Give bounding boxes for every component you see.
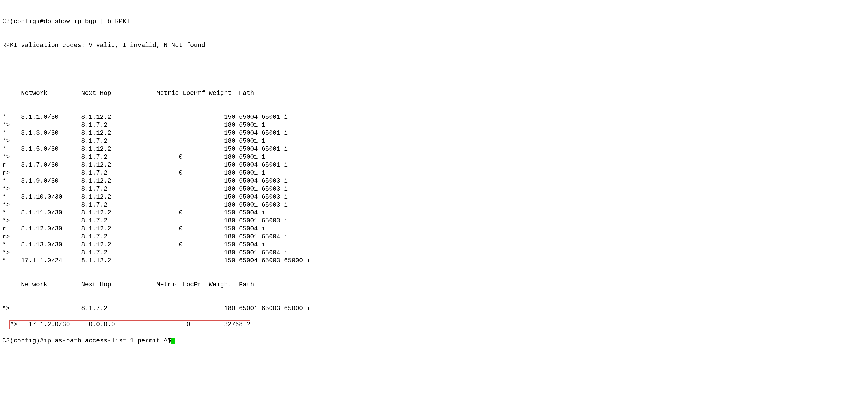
table-row: r>8.1.7.2018065001 i: [2, 169, 866, 177]
table-row: *>8.1.7.218065001 65003 i: [2, 217, 866, 225]
cell-network: 8.1.12.0/30: [21, 225, 81, 233]
header-path: Path: [235, 89, 254, 97]
cell-path: 65004 i: [235, 209, 265, 217]
cell-status: *>: [2, 153, 21, 161]
cell-status: *: [2, 241, 21, 249]
cell-nexthop: 8.1.12.2: [81, 129, 156, 137]
terminal-output[interactable]: C3(config)#do show ip bgp | b RPKI RPKI …: [0, 0, 868, 355]
cell-nexthop: 8.1.12.2: [81, 209, 156, 217]
cell-nexthop: 8.1.12.2: [81, 177, 156, 185]
cell-weight: 150: [209, 257, 235, 265]
table-row: *>8.1.7.218065001 65004 i: [2, 249, 866, 257]
cell-weight: 150: [209, 241, 235, 249]
table-row: *8.1.3.0/308.1.12.215065004 65001 i: [2, 129, 866, 137]
blank-line: [2, 65, 866, 73]
cell-network: 17.1.2.0/30: [28, 321, 89, 329]
table-row: *8.1.13.0/308.1.12.2015065004 i: [2, 241, 866, 249]
header-locprf: LocPrf: [183, 89, 209, 97]
cell-status: *>: [2, 305, 21, 313]
cell-network: 8.1.5.0/30: [21, 145, 81, 153]
cell-status: *>: [2, 185, 21, 193]
table-row: *>8.1.7.218065001 65003 i: [2, 185, 866, 193]
cell-path: 65001 65003 i: [235, 217, 288, 225]
table-row: *8.1.9.0/308.1.12.215065004 65003 i: [2, 177, 866, 185]
table-row: *8.1.5.0/308.1.12.215065004 65001 i: [2, 145, 866, 153]
cell-nexthop: 8.1.7.2: [81, 153, 156, 161]
cell-path: ?: [243, 321, 250, 329]
header-locprf: LocPrf: [183, 281, 209, 289]
cell-network: 8.1.9.0/30: [21, 177, 81, 185]
cell-status: *>: [2, 121, 21, 129]
cell-path: 65004 i: [235, 225, 265, 233]
header-weight: Weight: [209, 281, 235, 289]
command-line-1: C3(config)#do show ip bgp | b RPKI: [2, 18, 866, 26]
cell-metric: 0: [164, 321, 190, 329]
cell-nexthop: 8.1.7.2: [81, 217, 156, 225]
cell-status: *: [2, 129, 21, 137]
table-row: *>8.1.7.218065001 65003 i: [2, 201, 866, 209]
cell-metric: 0: [156, 209, 182, 217]
cell-path: 65001 65004 i: [235, 249, 288, 257]
cell-status: *: [2, 209, 21, 217]
table-row: r>8.1.7.218065001 65004 i: [2, 233, 866, 241]
cell-nexthop: 8.1.12.2: [81, 241, 156, 249]
cell-metric: 0: [156, 225, 182, 233]
cell-status: *>: [2, 249, 21, 257]
header-path: Path: [235, 281, 254, 289]
table-row: *>8.1.7.2018065001 i: [2, 153, 866, 161]
cell-nexthop: 8.1.12.2: [81, 225, 156, 233]
cell-weight: 150: [209, 145, 235, 153]
cell-network: 8.1.10.0/30: [21, 193, 81, 201]
table-row: r8.1.12.0/308.1.12.2015065004 i: [2, 225, 866, 233]
cell-weight: 150: [209, 113, 235, 121]
cell-path: 65001 i: [235, 137, 265, 145]
prompt: C3(config)#: [2, 18, 43, 25]
cell-path: 65004 i: [235, 241, 265, 249]
cell-status: *>: [2, 217, 21, 225]
command-line-2: C3(config)#ip as-path access-list 1 perm…: [2, 337, 866, 345]
cell-metric: 0: [156, 169, 182, 177]
cell-nexthop: 8.1.7.2: [81, 169, 156, 177]
cell-weight: 180: [209, 121, 235, 129]
cursor-icon: [171, 338, 175, 344]
table-header: NetworkNext HopMetricLocPrfWeightPath: [2, 89, 866, 97]
table-row: *17.1.1.0/248.1.12.215065004 65003 65000…: [2, 257, 866, 265]
table-row: *>8.1.7.218065001 i: [2, 137, 866, 145]
cell-status: *: [2, 145, 21, 153]
cell-weight: 180: [209, 137, 235, 145]
cell-path: 65004 65001 i: [235, 161, 288, 169]
cell-nexthop: 8.1.12.2: [81, 113, 156, 121]
cell-weight: 150: [209, 225, 235, 233]
cell-weight: 180: [209, 169, 235, 177]
cell-nexthop: 8.1.7.2: [81, 137, 156, 145]
cell-path: 65001 i: [235, 153, 265, 161]
cell-path: 65004 65001 i: [235, 145, 288, 153]
cell-path: 65001 65003 i: [235, 185, 288, 193]
cell-weight: 150: [209, 209, 235, 217]
cell-weight: 150: [209, 177, 235, 185]
header-network: Network: [21, 281, 81, 289]
header-metric: Metric: [156, 89, 182, 97]
cell-weight: 180: [209, 233, 235, 241]
cell-weight: 180: [209, 201, 235, 209]
table-row: *>8.1.7.218065001 i: [2, 121, 866, 129]
prompt: C3(config)#: [2, 337, 43, 344]
cell-nexthop: 8.1.7.2: [81, 249, 156, 257]
cell-weight: 180: [209, 217, 235, 225]
cell-nexthop: 8.1.12.2: [81, 193, 156, 201]
header-nexthop: Next Hop: [81, 89, 156, 97]
cell-network: 8.1.3.0/30: [21, 129, 81, 137]
rpki-codes-line: RPKI validation codes: V valid, I invali…: [2, 41, 866, 50]
cell-weight: 150: [209, 161, 235, 169]
cell-nexthop: 8.1.7.2: [81, 201, 156, 209]
cell-nexthop: 8.1.12.2: [81, 161, 156, 169]
cell-network: 8.1.13.0/30: [21, 241, 81, 249]
cell-metric: 0: [156, 241, 182, 249]
cell-path: 65001 65003 i: [235, 201, 288, 209]
cell-nexthop: 8.1.7.2: [81, 305, 156, 313]
cell-status: r: [2, 161, 21, 169]
cell-nexthop: 8.1.12.2: [81, 257, 156, 265]
table-header-repeat: NetworkNext HopMetricLocPrfWeightPath: [2, 281, 866, 289]
cell-weight: 180: [209, 185, 235, 193]
header-weight: Weight: [209, 89, 235, 97]
